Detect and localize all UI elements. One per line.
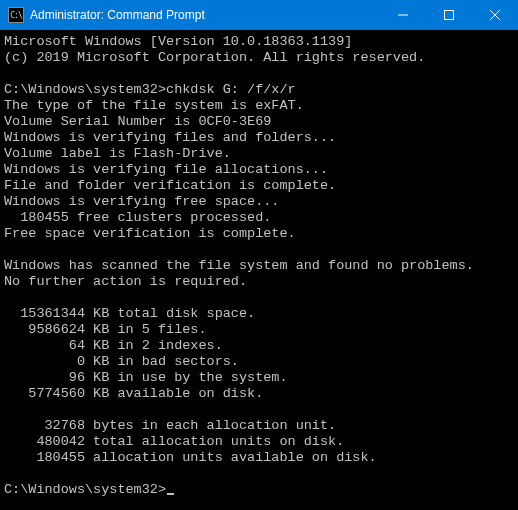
terminal-line: 15361344 KB total disk space. [4, 306, 255, 321]
terminal-line: 9586624 KB in 5 files. [4, 322, 207, 337]
maximize-button[interactable] [426, 0, 472, 30]
terminal-line: File and folder verification is complete… [4, 178, 336, 193]
terminal-line: 180455 free clusters processed. [4, 210, 271, 225]
terminal-line: (c) 2019 Microsoft Corporation. All righ… [4, 50, 425, 65]
terminal-line: Windows has scanned the file system and … [4, 258, 474, 273]
terminal-line: Free space verification is complete. [4, 226, 296, 241]
terminal-line: C:\Windows\system32>chkdsk G: /f/x/r [4, 82, 296, 97]
minimize-button[interactable] [380, 0, 426, 30]
terminal-line: Microsoft Windows [Version 10.0.18363.11… [4, 34, 352, 49]
close-button[interactable] [472, 0, 518, 30]
terminal-line: 0 KB in bad sectors. [4, 354, 239, 369]
cursor [167, 493, 174, 495]
terminal-line: C:\Windows\system32> [4, 482, 166, 497]
svg-rect-1 [445, 11, 454, 20]
terminal-line: No further action is required. [4, 274, 247, 289]
terminal-line: The type of the file system is exFAT. [4, 98, 304, 113]
maximize-icon [444, 10, 454, 20]
terminal-line: 64 KB in 2 indexes. [4, 338, 223, 353]
window-title: Administrator: Command Prompt [30, 8, 380, 22]
terminal-output[interactable]: Microsoft Windows [Version 10.0.18363.11… [0, 30, 518, 510]
terminal-line: 480042 total allocation units on disk. [4, 434, 344, 449]
close-icon [490, 10, 500, 20]
terminal-line: 96 KB in use by the system. [4, 370, 288, 385]
minimize-icon [398, 10, 408, 20]
terminal-line: Windows is verifying files and folders..… [4, 130, 336, 145]
terminal-line: Volume Serial Number is 0CF0-3E69 [4, 114, 271, 129]
terminal-line: 180455 allocation units available on dis… [4, 450, 377, 465]
window-controls [380, 0, 518, 30]
terminal-line: Windows is verifying free space... [4, 194, 279, 209]
terminal-line: Windows is verifying file allocations... [4, 162, 328, 177]
titlebar[interactable]: C:\ Administrator: Command Prompt [0, 0, 518, 30]
terminal-line: 5774560 KB available on disk. [4, 386, 263, 401]
terminal-line: 32768 bytes in each allocation unit. [4, 418, 336, 433]
cmd-icon: C:\ [8, 7, 24, 23]
terminal-line: Volume label is Flash-Drive. [4, 146, 231, 161]
